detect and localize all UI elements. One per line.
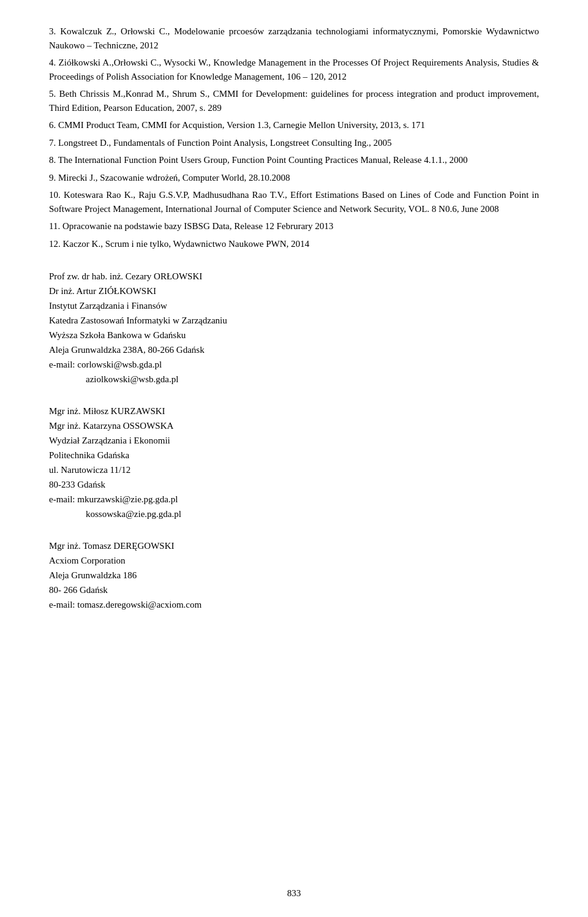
author-blocks-section: Prof zw. dr hab. inż. Cezary ORŁOWSKIDr … — [49, 269, 539, 612]
author-block: Mgr inż. Miłosz KURZAWSKIMgr inż. Katarz… — [49, 404, 539, 521]
page-number: 833 — [287, 888, 301, 899]
reference-item: 11. Opracowanie na podstawie bazy ISBSG … — [49, 219, 539, 233]
author-indent-line: aziolkowski@wsb.gda.pl — [49, 372, 539, 387]
reference-item: 6. CMMI Product Team, CMMI for Acquistio… — [49, 118, 539, 132]
author-line: Wydział Zarządzania i Ekonomii — [49, 433, 539, 448]
author-line: 80-233 Gdańsk — [49, 477, 539, 492]
reference-item: 5. Beth Chrissis M.,Konrad M., Shrum S.,… — [49, 87, 539, 115]
author-block: Mgr inż. Tomasz DERĘGOWSKIAcxiom Corpora… — [49, 538, 539, 612]
author-subtitle: Dr inż. Artur ZIÓŁKOWSKI — [49, 284, 539, 298]
author-indent-line: kossowska@zie.pg.gda.pl — [49, 507, 539, 521]
reference-item: 9. Mirecki J., Szacowanie wdrożeń, Compu… — [49, 171, 539, 185]
author-line: Politechnika Gdańska — [49, 448, 539, 462]
reference-item: 8. The International Function Point User… — [49, 153, 539, 167]
author-line: e-mail: corlowski@wsb.gda.pl — [49, 357, 539, 372]
reference-item: 7. Longstreet D., Fundamentals of Functi… — [49, 136, 539, 150]
reference-item: 12. Kaczor K., Scrum i nie tylko, Wydawn… — [49, 237, 539, 251]
references-section: 3. Kowalczuk Z., Orłowski C., Modelowani… — [49, 25, 539, 251]
author-line: Instytut Zarządzania i Finansów — [49, 298, 539, 313]
author-subtitle: Mgr inż. Katarzyna OSSOWSKA — [49, 418, 539, 433]
reference-item: 4. Ziółkowski A.,Orłowski C., Wysocki W.… — [49, 56, 539, 83]
reference-item: 3. Kowalczuk Z., Orłowski C., Modelowani… — [49, 25, 539, 52]
author-line: Katedra Zastosowań Informatyki w Zarządz… — [49, 313, 539, 328]
author-block: Prof zw. dr hab. inż. Cezary ORŁOWSKIDr … — [49, 269, 539, 387]
author-line: ul. Narutowicza 11/12 — [49, 462, 539, 477]
author-line: Aleja Grunwaldzka 238A, 80-266 Gdańsk — [49, 342, 539, 357]
author-line: Wyższa Szkoła Bankowa w Gdańsku — [49, 328, 539, 342]
author-line: 80- 266 Gdańsk — [49, 583, 539, 597]
page: 3. Kowalczuk Z., Orłowski C., Modelowani… — [0, 0, 588, 917]
reference-item: 10. Koteswara Rao K., Raju G.S.V.P, Madh… — [49, 188, 539, 216]
author-title: Mgr inż. Miłosz KURZAWSKI — [49, 404, 539, 418]
author-line: Aleja Grunwaldzka 186 — [49, 568, 539, 583]
author-line: Acxiom Corporation — [49, 553, 539, 568]
author-line: e-mail: tomasz.deregowski@acxiom.com — [49, 597, 539, 612]
author-line: e-mail: mkurzawski@zie.pg.gda.pl — [49, 492, 539, 507]
author-title: Mgr inż. Tomasz DERĘGOWSKI — [49, 538, 539, 553]
author-title: Prof zw. dr hab. inż. Cezary ORŁOWSKI — [49, 269, 539, 284]
